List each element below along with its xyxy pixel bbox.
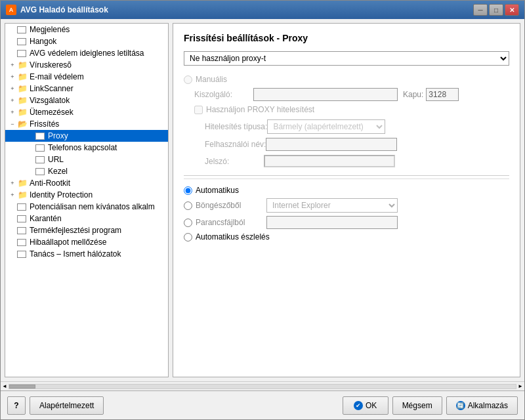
leaf-icon-url: [35, 155, 46, 164]
port-input: [426, 88, 459, 101]
port-label: Kapu:: [403, 90, 423, 99]
username-input: [266, 138, 397, 151]
autodetect-radio-row: Automatikus észlelés: [184, 232, 509, 242]
sidebar-item-termek[interactable]: Termékfejlesztési program: [5, 224, 168, 236]
folder-icon-rootkit: 📁: [17, 178, 28, 188]
sidebar-item-vizsg[interactable]: + 📁 Vizsgálatok: [5, 94, 168, 106]
auto-radio-row: Automatikus: [184, 186, 509, 195]
leaf-icon-proxy: [35, 131, 46, 140]
auth-checkbox-label: Használjon PROXY hitelesítést: [206, 105, 314, 114]
browser-radio-label: Böngészőből: [196, 201, 261, 210]
expander-potenc: [8, 202, 17, 211]
label-karant: Karantén: [30, 214, 62, 223]
sidebar-item-link[interactable]: + 📁 LinkScanner: [5, 83, 168, 94]
leaf-icon-hangok: [17, 37, 28, 46]
sidebar: Megjelenés Hangok AVG védelem ideiglenes…: [5, 23, 169, 377]
sidebar-item-hangok[interactable]: Hangok: [5, 35, 168, 47]
password-input: [264, 155, 395, 167]
sidebar-item-avg[interactable]: AVG védelem ideiglenes letiltása: [5, 47, 168, 59]
sidebar-item-frissites[interactable]: − 📂 Frissítés: [5, 118, 168, 130]
expander-kezel: [26, 167, 35, 176]
expander-hangok: [8, 37, 17, 46]
scroll-track[interactable]: [9, 384, 516, 389]
leaf-icon-potenc: [17, 202, 28, 211]
sidebar-item-virus[interactable]: + 📁 Víruskeresõ: [5, 59, 168, 71]
label-telefonos: Telefonos kapcsolat: [48, 143, 117, 152]
browser-select: Internet Explorer Firefox: [266, 198, 398, 213]
password-label: Jelszó:: [205, 157, 264, 166]
auth-type-label: Hitelesítés típusa:: [205, 122, 267, 131]
titlebar: A AVG Haladó beállítások ─ □ ✕: [1, 1, 524, 19]
sidebar-item-utem[interactable]: + 📁 Ütemezések: [5, 106, 168, 118]
autodetect-radio-label: Automatikus észlelés: [196, 232, 270, 242]
leaf-icon-avg: [17, 49, 28, 58]
leaf-icon-tanacs: [17, 249, 28, 259]
folder-icon-virus: 📁: [17, 60, 28, 70]
label-potenc: Potenciálisan nem kívánatos alkalm: [30, 202, 155, 211]
expander-url: [26, 155, 35, 164]
label-identity: Identity Protection: [30, 190, 93, 200]
expander-vizsg: +: [8, 96, 17, 105]
expander-megjelenes: [8, 25, 17, 34]
sidebar-item-rootkit[interactable]: + 📁 Anti-Rootkit: [5, 177, 168, 189]
expander-telefonos: [26, 143, 35, 152]
sidebar-item-potenc[interactable]: Potenciálisan nem kívánatos alkalm: [5, 201, 168, 213]
radio-auto[interactable]: [184, 186, 192, 195]
sidebar-item-megjelenes[interactable]: Megjelenés: [5, 24, 168, 35]
leaf-icon-telefonos: [35, 143, 46, 152]
sidebar-item-kezel[interactable]: Kezel: [5, 165, 168, 177]
folder-icon-identity: 📁: [17, 190, 28, 200]
label-url: URL: [48, 155, 64, 164]
label-frissites: Frissítés: [30, 119, 59, 129]
radio-manual[interactable]: [184, 75, 192, 84]
expander-avg: [8, 49, 17, 58]
label-virus: Víruskeresõ: [30, 60, 72, 70]
expander-virus: +: [8, 60, 17, 70]
label-rootkit: Anti-Rootkit: [30, 178, 70, 188]
content-area: Megjelenés Hangok AVG védelem ideiglenes…: [1, 19, 524, 381]
sidebar-item-tanacs[interactable]: Tanács – Ismert hálózatok: [5, 248, 168, 260]
main-window: A AVG Haladó beállítások ─ □ ✕ Megjelené…: [0, 0, 525, 420]
scroll-thumb[interactable]: [9, 385, 35, 388]
panel-title: Frissítési beállítások - Proxy: [184, 33, 509, 43]
ok-button[interactable]: ✔ OK: [343, 396, 388, 415]
radio-autodetect[interactable]: [184, 233, 192, 242]
sidebar-item-email[interactable]: + 📁 E-mail védelem: [5, 71, 168, 83]
radio-browser[interactable]: [184, 201, 192, 210]
sidebar-item-telefonos[interactable]: Telefonos kapcsolat: [5, 142, 168, 154]
proxy-select-row: Ne használjon proxy-t Manuális Automatik…: [184, 51, 509, 66]
close-button[interactable]: ✕: [505, 4, 519, 16]
sidebar-item-hiba[interactable]: Hibaállapot mellőzése: [5, 236, 168, 248]
apply-label: Alkalmazás: [468, 401, 508, 410]
help-button[interactable]: ?: [7, 396, 26, 415]
auth-checkbox: [194, 106, 203, 114]
expander-frissites: −: [8, 119, 17, 129]
sidebar-item-identity[interactable]: + 📁 Identity Protection: [5, 189, 168, 201]
label-megjelenes: Megjelenés: [30, 25, 70, 34]
section-divider: [184, 175, 509, 176]
proxy-type-select[interactable]: Ne használjon proxy-t Manuális Automatik…: [184, 51, 509, 66]
ok-icon: ✔: [354, 401, 363, 410]
auth-checkbox-row: Használjon PROXY hitelesítést: [194, 105, 509, 114]
minimize-button[interactable]: ─: [473, 4, 488, 16]
auth-type-select: Bármely (alapértelmezett): [267, 119, 385, 134]
radio-command[interactable]: [184, 219, 192, 227]
expander-utem: +: [8, 108, 17, 117]
scroll-right-btn[interactable]: ►: [518, 383, 523, 389]
cancel-button[interactable]: Mégsem: [392, 396, 442, 415]
sidebar-item-proxy[interactable]: Proxy: [5, 130, 168, 142]
titlebar-buttons: ─ □ ✕: [473, 4, 519, 16]
server-label: Kiszolgáló:: [194, 90, 253, 99]
scroll-left-btn[interactable]: ◄: [2, 383, 7, 389]
sidebar-item-karant[interactable]: Karantén: [5, 213, 168, 224]
main-panel: Frissítési beállítások - Proxy Ne haszná…: [173, 23, 520, 377]
apply-button[interactable]: 🔄 Alkalmazás: [446, 396, 518, 415]
default-button[interactable]: Alapértelmezett: [30, 396, 104, 415]
sidebar-item-url[interactable]: URL: [5, 154, 168, 165]
maximize-button[interactable]: □: [489, 4, 503, 16]
expander-rootkit: +: [8, 178, 17, 188]
ok-label: OK: [366, 401, 377, 410]
label-hiba: Hibaállapot mellőzése: [30, 238, 106, 247]
auto-section: Automatikus Böngészőből Internet Explore…: [184, 178, 509, 242]
manual-radio-label: Manuális: [196, 75, 255, 84]
